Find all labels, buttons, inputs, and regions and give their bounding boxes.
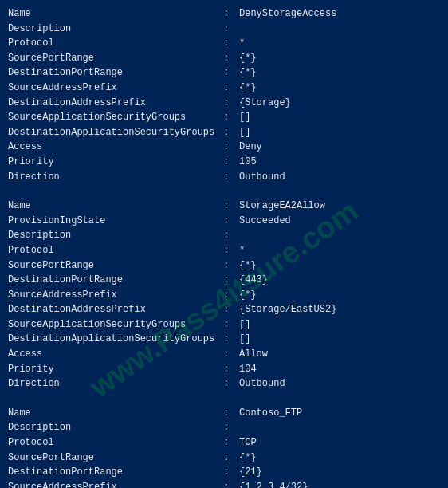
row-0-3: SourcePortRange:{*}: [8, 51, 440, 66]
key-0-6: DestinationAddressPrefix: [8, 96, 223, 111]
colon-0-0: :: [223, 6, 239, 22]
row-1-3: Protocol:*: [8, 243, 440, 258]
key-1-3: Protocol: [8, 243, 223, 258]
val-0-3: {*}: [239, 51, 257, 66]
colon-1-6: :: [223, 288, 239, 303]
colon-0-11: :: [223, 170, 239, 185]
val-1-10: Allow: [239, 347, 268, 362]
colon-1-10: :: [223, 347, 239, 362]
colon-1-2: :: [223, 228, 239, 243]
row-0-8: DestinationApplicationSecurityGroups:[]: [8, 125, 440, 140]
content-area: Name:DenyStorageAccessDescription:Protoc…: [8, 6, 440, 488]
row-2-0: Name:Contoso_FTP: [8, 406, 440, 421]
key-2-2: Protocol: [8, 435, 223, 451]
val-1-12: Outbound: [239, 376, 285, 392]
key-0-9: Access: [8, 140, 223, 155]
key-1-2: Description: [8, 228, 223, 243]
key-0-2: Protocol: [8, 36, 223, 51]
key-1-1: ProvisionIngState: [8, 214, 223, 229]
key-1-12: Direction: [8, 376, 223, 392]
row-1-6: SourceAddressPrefix:{*}: [8, 288, 440, 303]
val-0-8: []: [239, 125, 250, 140]
val-1-1: Succeeded: [239, 214, 291, 229]
row-0-0: Name:DenyStorageAccess: [8, 6, 440, 22]
key-0-1: Description: [8, 22, 223, 37]
key-1-0: Name: [8, 199, 223, 214]
colon-1-8: :: [223, 317, 239, 333]
colon-0-2: :: [223, 36, 239, 51]
colon-0-7: :: [223, 110, 239, 125]
row-2-1: Description:: [8, 420, 440, 435]
row-1-10: Access:Allow: [8, 347, 440, 362]
row-0-6: DestinationAddressPrefix:{Storage}: [8, 96, 440, 111]
row-0-2: Protocol:*: [8, 36, 440, 51]
row-1-9: DestinationApplicationSecurityGroups:[]: [8, 332, 440, 347]
colon-1-11: :: [223, 362, 239, 377]
row-0-5: SourceAddressPrefix:{*}: [8, 81, 440, 96]
colon-2-5: :: [223, 480, 239, 488]
colon-0-8: :: [223, 125, 239, 140]
val-1-5: {443}: [239, 273, 268, 288]
val-2-0: Contoso_FTP: [239, 406, 302, 421]
val-1-11: 104: [239, 362, 257, 377]
block-2: Name:Contoso_FTPDescription:Protocol:TCP…: [8, 406, 440, 488]
colon-0-5: :: [223, 81, 239, 96]
colon-2-1: :: [223, 420, 239, 435]
row-0-11: Direction:Outbound: [8, 170, 440, 185]
colon-0-3: :: [223, 51, 239, 66]
row-0-7: SourceApplicationSecurityGroups:[]: [8, 110, 440, 125]
row-1-1: ProvisionIngState:Succeeded: [8, 214, 440, 229]
key-0-0: Name: [8, 6, 223, 22]
row-1-11: Priority:104: [8, 362, 440, 377]
key-0-5: SourceAddressPrefix: [8, 81, 223, 96]
colon-1-3: :: [223, 243, 239, 258]
row-1-7: DestinationAddressPrefix:{Storage/EastUS…: [8, 302, 440, 317]
val-1-7: {Storage/EastUS2}: [239, 302, 336, 317]
row-2-3: SourcePortRange:{*}: [8, 451, 440, 466]
key-2-1: Description: [8, 420, 223, 435]
key-2-4: DestinationPortRange: [8, 465, 223, 480]
key-1-8: SourceApplicationSecurityGroups: [8, 317, 223, 333]
val-1-0: StorageEA2Allow: [239, 199, 325, 214]
val-0-4: {*}: [239, 65, 257, 81]
row-1-4: SourcePortRange:{*}: [8, 258, 440, 274]
row-2-5: SourceAddressPrefix:{1.2.3.4/32}: [8, 480, 440, 488]
block-0: Name:DenyStorageAccessDescription:Protoc…: [8, 6, 440, 184]
val-1-9: []: [239, 332, 250, 347]
key-1-10: Access: [8, 347, 223, 362]
key-1-11: Priority: [8, 362, 223, 377]
colon-1-4: :: [223, 258, 239, 274]
val-2-5: {1.2.3.4/32}: [239, 480, 308, 488]
key-1-4: SourcePortRange: [8, 258, 223, 274]
colon-1-5: :: [223, 273, 239, 288]
val-1-8: []: [239, 317, 250, 333]
colon-0-10: :: [223, 155, 239, 170]
val-0-11: Outbound: [239, 170, 285, 185]
row-2-2: Protocol:TCP: [8, 435, 440, 451]
val-0-5: {*}: [239, 81, 257, 96]
divider-0: [8, 192, 440, 199]
key-0-10: Priority: [8, 155, 223, 170]
val-2-3: {*}: [239, 451, 257, 466]
val-0-10: 105: [239, 155, 257, 170]
key-1-7: DestinationAddressPrefix: [8, 302, 223, 317]
colon-2-4: :: [223, 465, 239, 480]
key-0-8: DestinationApplicationSecurityGroups: [8, 125, 223, 140]
val-0-0: DenyStorageAccess: [239, 6, 336, 22]
val-1-6: {*}: [239, 288, 257, 303]
row-0-4: DestinationPortRange:{*}: [8, 65, 440, 81]
row-0-1: Description:: [8, 22, 440, 37]
val-0-9: Deny: [239, 140, 262, 155]
colon-2-0: :: [223, 406, 239, 421]
colon-2-3: :: [223, 451, 239, 466]
val-2-2: TCP: [239, 435, 257, 451]
row-1-8: SourceApplicationSecurityGroups:[]: [8, 317, 440, 333]
colon-0-9: :: [223, 140, 239, 155]
colon-0-1: :: [223, 22, 239, 37]
row-1-0: Name:StorageEA2Allow: [8, 199, 440, 214]
colon-1-7: :: [223, 302, 239, 317]
row-0-9: Access:Deny: [8, 140, 440, 155]
colon-1-1: :: [223, 214, 239, 229]
val-0-7: []: [239, 110, 250, 125]
key-0-7: SourceApplicationSecurityGroups: [8, 110, 223, 125]
